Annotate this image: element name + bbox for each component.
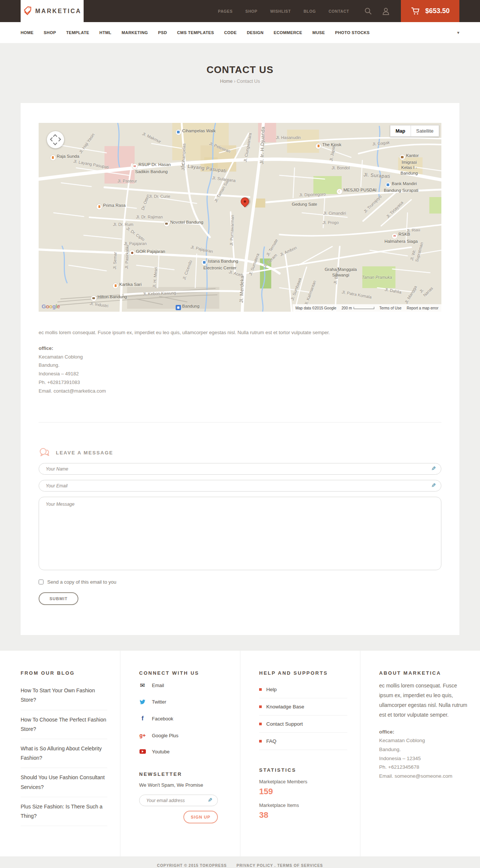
email-input[interactable] <box>39 480 441 492</box>
social-link-email[interactable]: ✉Email <box>139 682 227 689</box>
category-psd[interactable]: PSD <box>158 30 167 35</box>
address-line: Ph. +62817391083 <box>39 378 441 387</box>
footer: FROM OUR BLOG How To Start Your Own Fash… <box>0 651 480 856</box>
pan-right-icon[interactable] <box>57 137 61 141</box>
newsletter-field-wrap: ✎ <box>139 795 218 806</box>
statistics-block: STATISTICS Marketplace Members159Marketp… <box>259 767 347 820</box>
about-office-label: office: <box>379 728 467 737</box>
cart-total: $653.50 <box>425 7 450 15</box>
search-icon[interactable] <box>364 7 372 15</box>
blog-post-item: Plus Size Fashion: Is There Such a Thing… <box>21 797 107 826</box>
leave-message-section: LEAVE A MESSAGE ✎ ✎ Send a copy of this … <box>39 422 441 635</box>
pencil-icon: ✎ <box>431 465 436 472</box>
category-cms-templates[interactable]: CMS TEMPLATES <box>177 30 214 35</box>
chat-bubbles-icon <box>39 447 51 458</box>
send-copy-checkbox[interactable] <box>39 580 44 584</box>
top-nav-shop[interactable]: SHOP <box>245 9 257 13</box>
google-map[interactable]: Jl. Haji YasinJl. MakmurRaja SundaJl. Ci… <box>39 123 441 312</box>
address-line: Email. contact@marketica.com <box>39 387 441 396</box>
contact-card: Jl. Haji YasinJl. MakmurRaja SundaJl. Ci… <box>21 103 459 635</box>
map-type-satellite-button[interactable]: Satellite <box>411 125 439 137</box>
map-label: Hilton Bandung <box>91 294 127 301</box>
submit-button[interactable]: SUBMIT <box>39 592 78 605</box>
pan-down-icon[interactable] <box>53 141 57 145</box>
category-design[interactable]: DESIGN <box>247 30 264 35</box>
footer-blog-column: FROM OUR BLOG How To Start Your Own Fash… <box>0 651 120 856</box>
map-pan-control[interactable] <box>47 131 64 148</box>
gov-poi-icon <box>400 154 405 160</box>
map-type-map-button[interactable]: Map <box>390 125 411 137</box>
category-ecommerce[interactable]: ECOMMERCE <box>274 30 302 35</box>
map-label: Jl. Bondol <box>332 166 350 171</box>
help-link-help[interactable]: Help <box>259 681 347 698</box>
category-html[interactable]: HTML <box>99 30 111 35</box>
blog-post-link[interactable]: Should You Use Fashion Consultant Servic… <box>21 774 105 790</box>
map-label: Gedung Sate <box>292 202 317 207</box>
blog-post-item: How To Start Your Own Fashion Store? <box>21 681 107 710</box>
bullet-icon <box>259 688 262 691</box>
map-label: GOR Pajajaran <box>129 249 165 255</box>
blog-post-link[interactable]: How To Start Your Own Fashion Store? <box>21 687 95 703</box>
category-code[interactable]: CODE <box>224 30 237 35</box>
brand-logo[interactable]: MARKETICA <box>21 0 84 22</box>
page-hero: CONTACT US Home › Contact Us <box>0 43 480 103</box>
top-nav-pages[interactable]: PAGES <box>218 9 232 13</box>
category-shop[interactable]: SHOP <box>44 30 56 35</box>
category-photo-stocks[interactable]: PHOTO STOCKS <box>335 30 369 35</box>
about-text: ec mollis lorem consequat. Fusce ipsum e… <box>379 681 467 720</box>
map-label: Istana Bandung Electronic Center <box>202 258 238 270</box>
cart-icon <box>411 7 420 16</box>
chevron-down-icon[interactable]: ▾ <box>457 30 459 35</box>
cart-button[interactable]: $653.50 <box>401 0 459 22</box>
terms-link[interactable]: Terms of Use <box>380 306 402 310</box>
social-link-gplus[interactable]: g+Google Plus <box>139 732 227 738</box>
blog-post-link[interactable]: How To Choose The Perfect Fashion Store? <box>21 717 106 732</box>
map-label: Jl. Purnawarman <box>229 215 235 246</box>
top-nav-blog[interactable]: BLOG <box>303 9 316 13</box>
legal-links[interactable]: PRIVACY POLICY . TERMS OF SERVICES <box>237 864 323 868</box>
youtube-icon <box>139 748 146 755</box>
map-label: Kantor Imigrasi Kelas I - Bandung <box>393 153 425 176</box>
statistics-heading: STATISTICS <box>259 767 347 773</box>
signup-button[interactable]: SIGN UP <box>183 811 218 823</box>
category-template[interactable]: TEMPLATE <box>66 30 89 35</box>
help-link-knowladge-base[interactable]: Knowladge Base <box>259 698 347 716</box>
help-link-contact-support[interactable]: Contact Support <box>259 716 347 733</box>
map-label: Jl. Semar <box>112 252 118 269</box>
rail-poi-icon <box>176 305 181 310</box>
top-nav-wishlist[interactable]: WISHLIST <box>270 9 291 13</box>
top-nav-contact[interactable]: CONTACT <box>328 9 349 13</box>
pan-up-icon[interactable] <box>53 134 57 138</box>
stat-value: 38 <box>259 810 347 820</box>
facebook-icon: f <box>139 715 146 722</box>
social-link-twitter[interactable]: Twitter <box>139 699 227 705</box>
help-link-faq[interactable]: FAQ <box>259 733 347 750</box>
pan-left-icon[interactable] <box>50 137 54 141</box>
newsletter-email-input[interactable] <box>139 795 218 806</box>
map-label: Graha Manggala Siliwangi <box>325 267 357 278</box>
pencil-icon: ✎ <box>208 797 213 804</box>
blog-post-link[interactable]: What is So Alluring About Celebrity Fash… <box>21 745 102 761</box>
blog-post-link[interactable]: Plus Size Fashion: Is There Such a Thing… <box>21 804 102 819</box>
social-link-youtube[interactable]: Youtube <box>139 748 227 755</box>
category-home[interactable]: HOME <box>21 30 34 35</box>
social-label: Youtube <box>152 749 170 754</box>
category-muse[interactable]: MUSE <box>312 30 325 35</box>
message-textarea[interactable] <box>39 497 441 570</box>
office-block: office: Kecamatan CoblongBandung.Indones… <box>39 344 441 396</box>
rest-poi-icon <box>316 143 321 149</box>
connect-heading: CONNECT WITH US <box>139 670 227 676</box>
map-label: HRSUP Dr. Hasan Sadikin Bandung <box>132 162 171 174</box>
category-marketing[interactable]: MARKETING <box>122 30 148 35</box>
name-input[interactable] <box>39 463 441 475</box>
social-link-facebook[interactable]: fFacebook <box>139 715 227 722</box>
user-icon[interactable] <box>382 7 390 15</box>
map-attribution: Map data ©2015 Google 200 m Terms of Use… <box>292 304 441 312</box>
social-label: Twitter <box>152 699 166 705</box>
breadcrumb-home[interactable]: Home <box>220 79 232 84</box>
report-error-link[interactable]: Report a map error <box>407 306 438 310</box>
map-label: Kartika Sari <box>113 282 141 288</box>
address-line: Email. someone@someone.com <box>379 772 467 781</box>
map-label: Jl. Dr. Rajiman <box>136 215 163 220</box>
copyright-bar: COPYRIGHT © 2015 TOKOPRESS PRIVACY POLIC… <box>0 856 480 868</box>
